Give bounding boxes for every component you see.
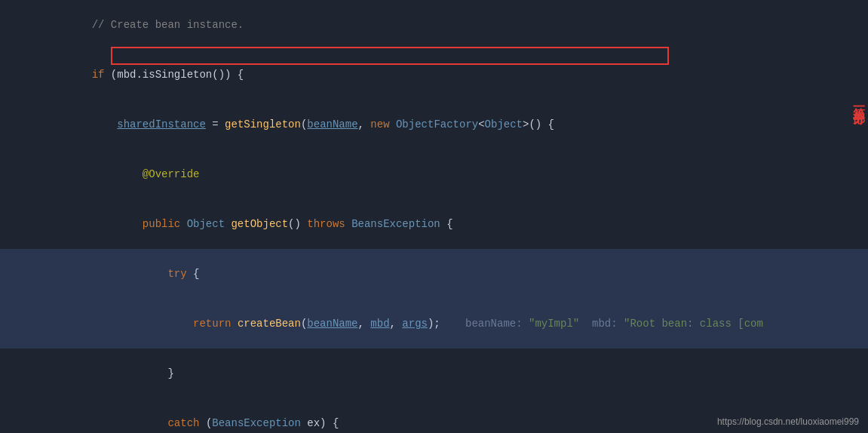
- code-line: }: [0, 349, 868, 398]
- code-line: catch (BeansException ex) {: [0, 398, 868, 433]
- code-line-highlighted: try {: [0, 249, 868, 299]
- code-line: if (mbd.isSingleton()) {: [0, 50, 868, 100]
- sidebar-annotation: 第一部分: [851, 98, 865, 104]
- code-line: public Object getObject() throws BeansEx…: [0, 199, 868, 249]
- code-line-highlighted: return createBean(beanName, mbd, args); …: [0, 299, 868, 349]
- code-line: sharedInstance = getSingleton(beanName, …: [0, 100, 868, 149]
- watermark: https://blog.csdn.net/luoxiaomei999: [717, 416, 859, 427]
- code-line: // Create bean instance.: [0, 0, 868, 50]
- code-editor: // Create bean instance. if (mbd.isSingl…: [0, 0, 868, 433]
- code-line: @Override: [0, 149, 868, 199]
